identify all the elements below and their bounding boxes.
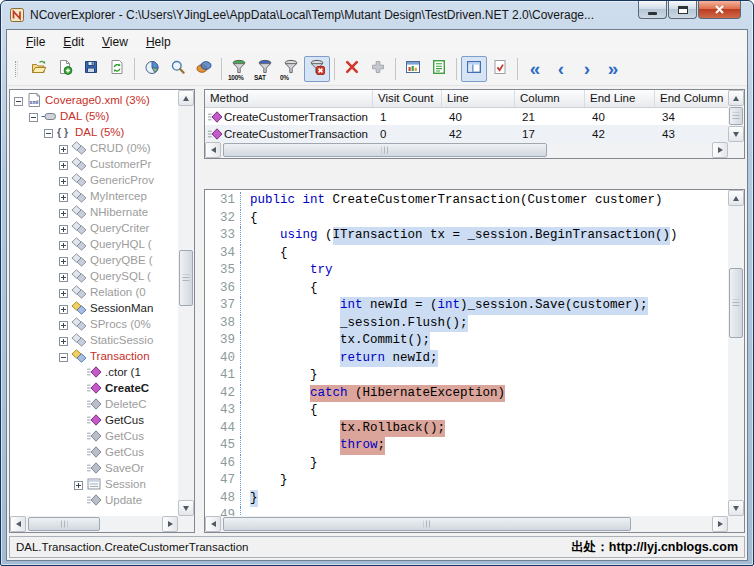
- tree-item-nhibernate[interactable]: NHibernate: [10, 204, 178, 220]
- menu-view[interactable]: View: [93, 32, 137, 52]
- tree-item-transaction[interactable]: Transaction: [10, 348, 178, 364]
- filter-clear-button[interactable]: [304, 56, 330, 82]
- tree-item-dal-5[interactable]: { }DAL (5%): [10, 124, 178, 140]
- column-header-method[interactable]: Method: [205, 90, 373, 107]
- list-vertical-scrollbar[interactable]: [728, 90, 744, 142]
- nav-first-button[interactable]: «: [522, 56, 548, 82]
- zoom-search-button[interactable]: [165, 56, 191, 82]
- code-horizontal-scrollbar[interactable]: [205, 516, 728, 532]
- expand-icon[interactable]: [59, 240, 68, 249]
- scroll-down-button[interactable]: [728, 500, 744, 516]
- expand-icon[interactable]: [59, 176, 68, 185]
- menu-edit[interactable]: Edit: [54, 32, 93, 52]
- scroll-right-button[interactable]: [712, 516, 728, 532]
- tree-vertical-scrollbar[interactable]: [178, 90, 194, 516]
- expand-icon[interactable]: [59, 336, 68, 345]
- scroll-thumb[interactable]: [729, 268, 743, 338]
- scroll-down-button[interactable]: [178, 500, 194, 516]
- expand-icon[interactable]: [74, 480, 83, 489]
- scroll-right-button[interactable]: [712, 142, 728, 158]
- tree-item-relation-0[interactable]: Relation (0: [10, 284, 178, 300]
- tree-item-querysql[interactable]: QuerySQL (: [10, 268, 178, 284]
- tree-item-querycriter[interactable]: QueryCriter: [10, 220, 178, 236]
- tree-item-queryqbe[interactable]: QueryQBE (: [10, 252, 178, 268]
- tree-item-genericprov[interactable]: GenericProv: [10, 172, 178, 188]
- maximize-button[interactable]: [668, 1, 697, 19]
- scroll-up-button[interactable]: [728, 90, 744, 106]
- scroll-thumb[interactable]: [223, 517, 631, 531]
- scroll-right-button[interactable]: [162, 516, 178, 532]
- expand-icon[interactable]: [59, 224, 68, 233]
- column-header-column[interactable]: Column: [515, 90, 585, 107]
- tree-item-ctor-1[interactable]: .ctor (1: [10, 364, 178, 380]
- tree-item-sessionman[interactable]: SessionMan: [10, 300, 178, 316]
- column-header-end-line[interactable]: End Line: [585, 90, 655, 107]
- nav-prev-button[interactable]: ‹: [548, 56, 574, 82]
- tree-item-getcus[interactable]: GetCus: [10, 412, 178, 428]
- tree-item-customerpr[interactable]: CustomerPr: [10, 156, 178, 172]
- tree-item-staticsessio[interactable]: StaticSessio: [10, 332, 178, 348]
- tree-item-deletec[interactable]: DeleteC: [10, 396, 178, 412]
- report-window-button[interactable]: [400, 56, 426, 82]
- pie-chart-button[interactable]: [139, 56, 165, 82]
- horizontal-splitter[interactable]: [204, 159, 745, 189]
- scroll-thumb[interactable]: [729, 107, 743, 125]
- collapse-icon[interactable]: [44, 128, 53, 137]
- tree-item-dal-5[interactable]: DAL (5%): [10, 108, 178, 124]
- scroll-left-button[interactable]: [10, 516, 26, 532]
- delete-button[interactable]: [339, 56, 365, 82]
- layout-panels-button[interactable]: [461, 56, 487, 82]
- collapse-icon[interactable]: [29, 112, 38, 121]
- menu-help[interactable]: Help: [137, 32, 180, 52]
- expand-icon[interactable]: [59, 272, 68, 281]
- tree-item-createc[interactable]: CreateC: [10, 380, 178, 396]
- filter-sat-button[interactable]: SAT: [252, 56, 278, 82]
- add-button[interactable]: [365, 56, 391, 82]
- tree-item-coverage0-xml-3[interactable]: xmlCoverage0.xml (3%): [10, 92, 178, 108]
- filter-0-button[interactable]: 0%: [278, 56, 304, 82]
- tree-item-getcus[interactable]: GetCus: [10, 428, 178, 444]
- tree-item-update[interactable]: Update: [10, 492, 178, 508]
- new-file-button[interactable]: [52, 56, 78, 82]
- check-document-button[interactable]: [487, 56, 513, 82]
- scroll-thumb[interactable]: [28, 517, 100, 531]
- expand-icon[interactable]: [59, 160, 68, 169]
- column-header-visit-count[interactable]: Visit Count: [373, 90, 442, 107]
- tree-item-queryhql[interactable]: QueryHQL (: [10, 236, 178, 252]
- collapse-icon[interactable]: [14, 96, 23, 105]
- expand-icon[interactable]: [59, 288, 68, 297]
- menu-file[interactable]: File: [17, 32, 54, 52]
- scroll-up-button[interactable]: [728, 190, 744, 206]
- scroll-thumb[interactable]: [223, 143, 547, 157]
- refresh-button[interactable]: [104, 56, 130, 82]
- scroll-left-button[interactable]: [205, 142, 221, 158]
- title-bar[interactable]: NCoverExplorer - C:\Users\YJingLee\AppDa…: [1, 1, 753, 29]
- tree-item-myintercep[interactable]: MyIntercep: [10, 188, 178, 204]
- filter-100-button[interactable]: 100%: [226, 56, 252, 82]
- tree-item-saveor[interactable]: SaveOr: [10, 460, 178, 476]
- tree-item-getcus[interactable]: GetCus: [10, 444, 178, 460]
- expand-icon[interactable]: [59, 256, 68, 265]
- nav-last-button[interactable]: »: [600, 56, 626, 82]
- expand-icon[interactable]: [59, 144, 68, 153]
- tree-item-sprocs-0[interactable]: SProcs (0%: [10, 316, 178, 332]
- table-row[interactable]: CreateCustomerTransaction042174243: [205, 125, 728, 142]
- expand-icon[interactable]: [59, 192, 68, 201]
- tree-item-crud-0[interactable]: CRUD (0%): [10, 140, 178, 156]
- minimize-button[interactable]: [638, 1, 667, 19]
- scroll-up-button[interactable]: [178, 90, 194, 106]
- scroll-thumb[interactable]: [179, 250, 193, 306]
- merge-button[interactable]: [191, 56, 217, 82]
- save-button[interactable]: [78, 56, 104, 82]
- list-horizontal-scrollbar[interactable]: [205, 142, 728, 158]
- expand-icon[interactable]: [59, 208, 68, 217]
- scroll-left-button[interactable]: [205, 516, 221, 532]
- expand-icon[interactable]: [59, 320, 68, 329]
- expand-icon[interactable]: [59, 304, 68, 313]
- vertical-splitter[interactable]: [195, 89, 204, 533]
- tree-item-session[interactable]: Session: [10, 476, 178, 492]
- code-vertical-scrollbar[interactable]: [728, 190, 744, 516]
- open-file-button[interactable]: [26, 56, 52, 82]
- scroll-down-button[interactable]: [728, 126, 744, 142]
- report-list-button[interactable]: [426, 56, 452, 82]
